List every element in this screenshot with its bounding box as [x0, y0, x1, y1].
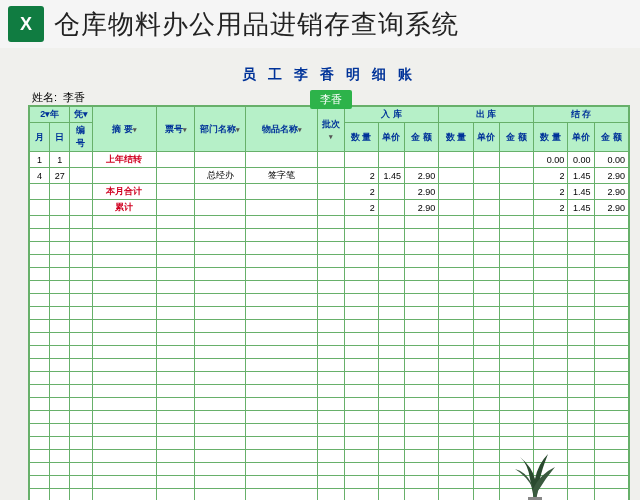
cell-empty[interactable] [594, 255, 628, 268]
cell-empty[interactable] [439, 346, 473, 359]
cell-empty[interactable] [195, 281, 245, 294]
cell-empty[interactable] [594, 216, 628, 229]
cell-empty[interactable] [344, 489, 378, 501]
cell-empty[interactable] [568, 268, 594, 281]
cell-empty[interactable] [534, 229, 568, 242]
cell-empty[interactable] [344, 346, 378, 359]
cell-ba[interactable]: 0.00 [594, 152, 628, 168]
cell-empty[interactable] [473, 294, 499, 307]
cell-empty[interactable] [318, 398, 344, 411]
cell-empty[interactable] [245, 372, 318, 385]
cell-empty[interactable] [473, 242, 499, 255]
table-row[interactable] [30, 307, 629, 320]
cell-empty[interactable] [378, 229, 404, 242]
dropdown-icon[interactable]: ▾ [236, 126, 240, 133]
cell-empty[interactable] [534, 255, 568, 268]
table-row[interactable] [30, 346, 629, 359]
cell-empty[interactable] [30, 242, 50, 255]
hdr-serial[interactable]: 编号 [70, 123, 92, 152]
cell-empty[interactable] [568, 359, 594, 372]
cell-empty[interactable] [245, 320, 318, 333]
cell-empty[interactable] [30, 255, 50, 268]
cell-empty[interactable] [195, 463, 245, 476]
cell-empty[interactable] [473, 463, 499, 476]
cell-op[interactable] [473, 152, 499, 168]
cell-empty[interactable] [30, 450, 50, 463]
table-row[interactable] [30, 437, 629, 450]
cell-empty[interactable] [568, 463, 594, 476]
dropdown-icon[interactable]: ▾ [298, 126, 302, 133]
cell-empty[interactable] [245, 242, 318, 255]
cell-pn[interactable] [157, 200, 195, 216]
cell-empty[interactable] [499, 294, 533, 307]
cell-empty[interactable] [50, 268, 70, 281]
cell-empty[interactable] [499, 424, 533, 437]
cell-empty[interactable] [378, 333, 404, 346]
cell-empty[interactable] [245, 476, 318, 489]
cell-empty[interactable] [318, 489, 344, 501]
cell-empty[interactable] [318, 385, 344, 398]
cell-empty[interactable] [344, 437, 378, 450]
cell-pn[interactable] [157, 184, 195, 200]
cell-empty[interactable] [70, 463, 92, 476]
cell-empty[interactable] [594, 437, 628, 450]
cell-empty[interactable] [378, 463, 404, 476]
cell-empty[interactable] [594, 385, 628, 398]
cell-empty[interactable] [439, 307, 473, 320]
cell-empty[interactable] [344, 281, 378, 294]
hdr-desc[interactable]: 摘 要▾ [92, 107, 157, 152]
cell-empty[interactable] [568, 216, 594, 229]
table-row[interactable] [30, 372, 629, 385]
cell-empty[interactable] [473, 320, 499, 333]
cell-empty[interactable] [473, 385, 499, 398]
cell-empty[interactable] [50, 398, 70, 411]
cell-empty[interactable] [439, 437, 473, 450]
cell-empty[interactable] [70, 372, 92, 385]
cell-empty[interactable] [318, 281, 344, 294]
cell-empty[interactable] [594, 268, 628, 281]
cell-empty[interactable] [318, 268, 344, 281]
cell-empty[interactable] [378, 320, 404, 333]
table-row[interactable] [30, 216, 629, 229]
cell-empty[interactable] [157, 411, 195, 424]
cell-empty[interactable] [499, 216, 533, 229]
cell-empty[interactable] [594, 333, 628, 346]
cell-ia[interactable]: 2.90 [405, 184, 439, 200]
table-row[interactable] [30, 320, 629, 333]
cell-empty[interactable] [195, 216, 245, 229]
cell-empty[interactable] [405, 320, 439, 333]
cell-empty[interactable] [30, 216, 50, 229]
cell-oa[interactable] [499, 168, 533, 184]
cell-empty[interactable] [70, 242, 92, 255]
cell-empty[interactable] [534, 437, 568, 450]
cell-ia[interactable] [405, 152, 439, 168]
cell-empty[interactable] [245, 216, 318, 229]
cell-empty[interactable] [439, 229, 473, 242]
cell-empty[interactable] [157, 268, 195, 281]
cell-empty[interactable] [439, 398, 473, 411]
cell-empty[interactable] [30, 424, 50, 437]
cell-empty[interactable] [344, 450, 378, 463]
cell-empty[interactable] [70, 333, 92, 346]
cell-empty[interactable] [318, 294, 344, 307]
cell-empty[interactable] [245, 463, 318, 476]
cell-empty[interactable] [405, 242, 439, 255]
cell-ba[interactable]: 2.90 [594, 168, 628, 184]
cell-empty[interactable] [344, 294, 378, 307]
cell-empty[interactable] [92, 229, 157, 242]
cell-empty[interactable] [195, 346, 245, 359]
cell-empty[interactable] [378, 281, 404, 294]
cell-empty[interactable] [318, 242, 344, 255]
cell-empty[interactable] [534, 359, 568, 372]
cell-empty[interactable] [70, 359, 92, 372]
cell-empty[interactable] [245, 489, 318, 501]
cell-op[interactable] [473, 168, 499, 184]
cell-empty[interactable] [534, 216, 568, 229]
cell-empty[interactable] [405, 424, 439, 437]
cell-empty[interactable] [92, 450, 157, 463]
cell-empty[interactable] [378, 294, 404, 307]
cell-empty[interactable] [70, 385, 92, 398]
cell-empty[interactable] [50, 307, 70, 320]
table-row[interactable] [30, 268, 629, 281]
cell-empty[interactable] [157, 307, 195, 320]
